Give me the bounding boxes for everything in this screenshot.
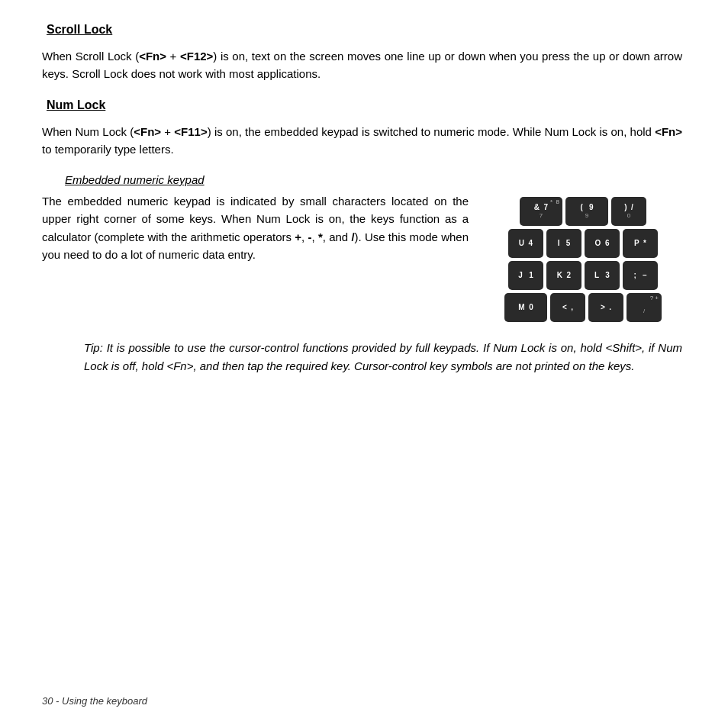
key-plus-num: / bbox=[643, 308, 645, 315]
key-7-main: & 7 bbox=[534, 203, 548, 212]
key-l: L 3 bbox=[585, 261, 620, 290]
scroll-lock-text: When Scroll Lock (<Fn> + <F12>) is on, t… bbox=[42, 47, 682, 83]
key-o: O 6 bbox=[585, 229, 620, 258]
keypad-image: * 8 & 7 7 ( 9 9 ) / 0 U 4 bbox=[484, 192, 682, 327]
key-i: I 5 bbox=[546, 229, 581, 258]
key-i-main: I 5 bbox=[558, 239, 571, 248]
key-j-main: J 1 bbox=[518, 271, 533, 280]
key-7-top: * 8 bbox=[550, 198, 559, 206]
key-m: M 0 bbox=[504, 293, 547, 322]
key-9: ( 9 9 bbox=[565, 197, 608, 226]
key-p-main: P * bbox=[634, 239, 646, 248]
embedded-keypad-subheading: Embedded numeric keypad bbox=[65, 173, 682, 186]
key-p: P * bbox=[623, 229, 658, 258]
key-j: J 1 bbox=[508, 261, 543, 290]
key-semi-main: ; – bbox=[633, 271, 646, 280]
embedded-keypad-section: Embedded numeric keypad The embedded num… bbox=[42, 173, 682, 375]
keypad-layout: The embedded numeric keypad is indicated… bbox=[42, 192, 682, 327]
key-m-main: M 0 bbox=[518, 303, 533, 312]
key-l-main: L 3 bbox=[594, 271, 610, 280]
key-lt-main: < , bbox=[562, 303, 573, 312]
key-row-4: M 0 < , > . ? + / bbox=[488, 293, 678, 322]
key-u-main: U 4 bbox=[519, 239, 533, 248]
key-slash: ) / 0 bbox=[611, 197, 646, 226]
key-slash-num: 0 bbox=[627, 212, 630, 220]
key-plus: ? + / bbox=[627, 293, 662, 322]
key-gt-main: > . bbox=[601, 303, 611, 312]
footer-text: 30 - Using the keyboard bbox=[42, 695, 147, 707]
key-k: K 2 bbox=[546, 261, 581, 290]
keypad-description: The embedded numeric keypad is indicated… bbox=[42, 192, 469, 327]
key-semi: ; – bbox=[623, 261, 658, 290]
key-row-2: U 4 I 5 O 6 P * bbox=[488, 229, 678, 258]
scroll-lock-heading: Scroll Lock bbox=[47, 23, 682, 37]
num-lock-text: When Num Lock (<Fn> + <F11>) is on, the … bbox=[42, 123, 682, 159]
page-footer: 30 - Using the keyboard bbox=[42, 695, 147, 707]
key-o-main: O 6 bbox=[595, 239, 610, 248]
key-row-1: * 8 & 7 7 ( 9 9 ) / 0 bbox=[488, 197, 678, 226]
tip-content: Tip: It is possible to use the cursor-co… bbox=[84, 341, 682, 372]
key-slash-main: ) / bbox=[624, 203, 633, 212]
num-lock-section: Num Lock When Num Lock (<Fn> + <F11>) is… bbox=[42, 98, 682, 159]
key-7: * 8 & 7 7 bbox=[520, 197, 562, 226]
num-lock-heading: Num Lock bbox=[47, 98, 682, 112]
key-plus-top: ? + bbox=[650, 295, 659, 302]
key-gt: > . bbox=[588, 293, 623, 322]
key-7-num: 7 bbox=[540, 212, 543, 220]
key-k-main: K 2 bbox=[557, 271, 571, 280]
key-row-3: J 1 K 2 L 3 ; – bbox=[488, 261, 678, 290]
key-9-main: ( 9 bbox=[580, 203, 593, 212]
scroll-lock-section: Scroll Lock When Scroll Lock (<Fn> + <F1… bbox=[42, 23, 682, 83]
key-lt: < , bbox=[550, 293, 585, 322]
key-9-num: 9 bbox=[585, 212, 588, 220]
key-u: U 4 bbox=[508, 229, 543, 258]
tip-text: Tip: It is possible to use the cursor-co… bbox=[84, 339, 682, 375]
